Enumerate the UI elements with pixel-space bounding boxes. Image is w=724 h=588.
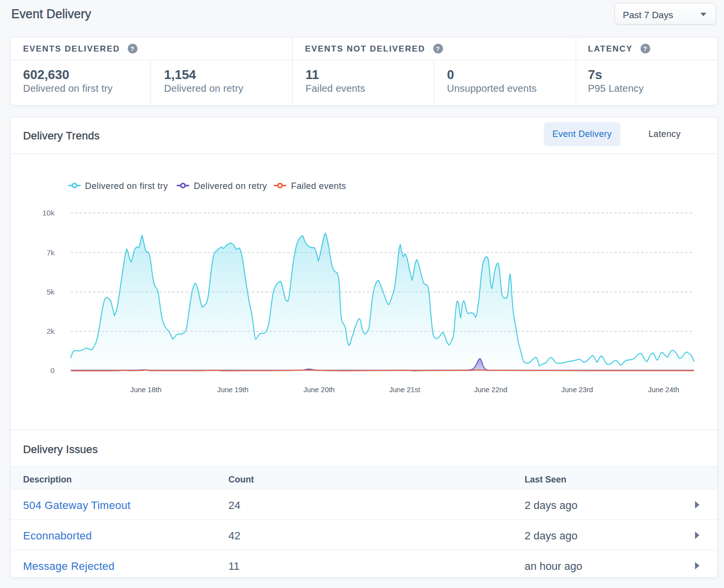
svg-text:?: ? bbox=[436, 45, 441, 53]
svg-text:2k: 2k bbox=[47, 327, 55, 335]
svg-text:?: ? bbox=[643, 45, 648, 53]
svg-text:Delivered on first try: Delivered on first try bbox=[85, 181, 168, 191]
svg-text:5k: 5k bbox=[47, 288, 55, 296]
svg-text:June 18th: June 18th bbox=[130, 386, 162, 394]
svg-text:June 24th: June 24th bbox=[648, 386, 679, 394]
svg-text:7k: 7k bbox=[47, 248, 55, 257]
svg-text:Delivered on retry: Delivered on retry bbox=[194, 181, 267, 191]
svg-text:?: ? bbox=[130, 45, 135, 53]
svg-text:June 23rd: June 23rd bbox=[561, 386, 593, 394]
svg-text:June 21st: June 21st bbox=[390, 386, 420, 394]
svg-text:Failed events: Failed events bbox=[291, 181, 346, 191]
svg-text:June 20th: June 20th bbox=[304, 386, 335, 394]
svg-text:10k: 10k bbox=[42, 209, 55, 217]
svg-text:June 22nd: June 22nd bbox=[474, 386, 507, 394]
svg-text:June 19th: June 19th bbox=[217, 386, 249, 394]
svg-text:0: 0 bbox=[50, 366, 55, 374]
